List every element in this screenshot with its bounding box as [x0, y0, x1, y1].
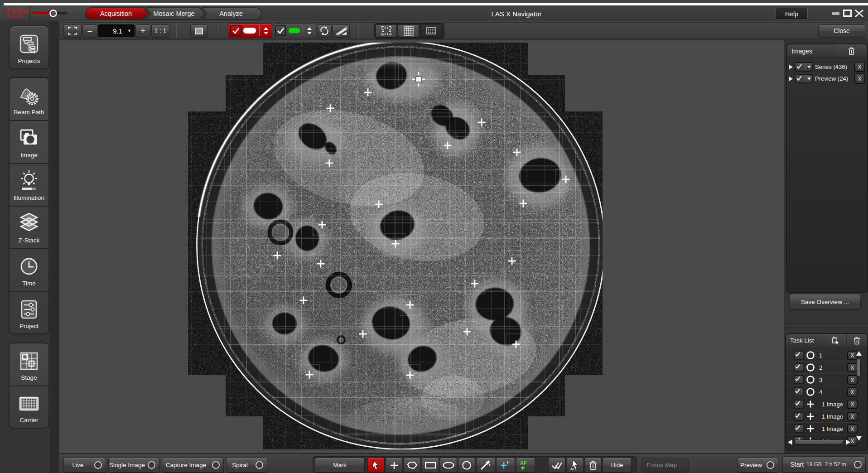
svg-text:Leica: Leica	[5, 5, 29, 17]
svg-text:AF: AF	[520, 460, 527, 466]
svg-text:F: F	[507, 460, 510, 465]
svg-text:ALL: ALL	[570, 467, 577, 471]
svg-text:Mosaic Merge: Mosaic Merge	[153, 10, 194, 17]
svg-text:Acquisition: Acquisition	[100, 10, 132, 17]
svg-text:Analyze: Analyze	[219, 10, 243, 17]
